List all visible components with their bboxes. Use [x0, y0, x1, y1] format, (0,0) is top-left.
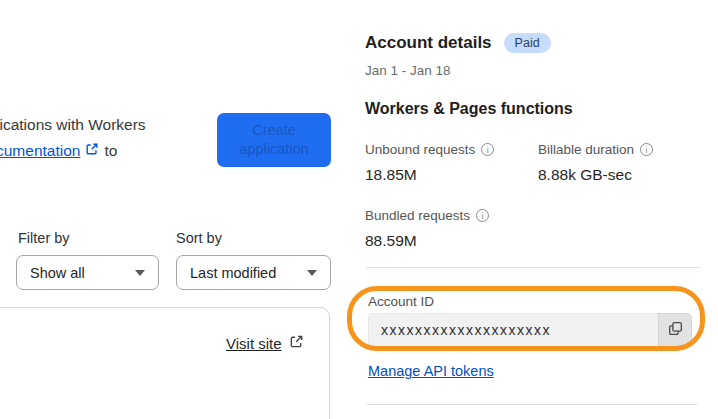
documentation-link[interactable]: cumentation: [0, 142, 80, 160]
info-icon[interactable]: i: [476, 209, 489, 222]
filter-by-label: Filter by: [18, 230, 70, 246]
account-details-title: Account details: [365, 33, 492, 53]
external-link-icon: [85, 142, 99, 160]
external-link-icon: [289, 334, 304, 352]
sort-by-label: Sort by: [176, 230, 222, 246]
divider: [366, 267, 700, 268]
create-application-button[interactable]: Create application: [217, 113, 331, 167]
info-icon[interactable]: i: [640, 143, 653, 156]
divider: [367, 404, 697, 405]
stat-label: Billable duration: [538, 142, 634, 157]
chevron-down-icon: [307, 270, 317, 276]
stat-unbound-requests: Unbound requests i 18.85M: [365, 142, 494, 184]
stat-billable-duration: Billable duration i 8.88k GB-sec: [538, 142, 653, 184]
sort-dropdown-value: Last modified: [190, 265, 276, 281]
visit-site-link[interactable]: Visit site: [226, 334, 304, 352]
workers-pages-dashboard: lications with Workers cumentation to Cr…: [0, 0, 718, 419]
stat-label: Unbound requests: [365, 142, 475, 157]
account-id-label: Account ID: [368, 294, 434, 309]
intro-text-after-link: to: [104, 142, 117, 160]
stat-value: 8.88k GB-sec: [538, 166, 653, 184]
functions-section-title: Workers & Pages functions: [365, 100, 573, 118]
chevron-down-icon: [135, 270, 145, 276]
copy-icon: [668, 321, 683, 340]
filter-dropdown[interactable]: Show all: [16, 255, 159, 290]
stat-value: 18.85M: [365, 166, 494, 184]
stat-bundled-requests: Bundled requests i 88.59M: [365, 208, 489, 250]
account-id-group: [368, 313, 692, 347]
manage-api-tokens-link[interactable]: Manage API tokens: [368, 363, 494, 379]
info-icon[interactable]: i: [481, 143, 494, 156]
stat-value: 88.59M: [365, 232, 489, 250]
filter-dropdown-value: Show all: [30, 265, 85, 281]
visit-site-label: Visit site: [226, 335, 282, 352]
account-id-input[interactable]: [368, 313, 658, 347]
project-card: Visit site: [0, 307, 330, 419]
date-range: Jan 1 - Jan 18: [365, 63, 451, 78]
copy-account-id-button[interactable]: [658, 313, 692, 347]
intro-text-line2: cumentation to: [0, 142, 117, 160]
sort-dropdown[interactable]: Last modified: [176, 255, 331, 290]
plan-badge: Paid: [504, 33, 551, 53]
account-details-header: Account details Paid: [365, 33, 551, 53]
stat-label: Bundled requests: [365, 208, 470, 223]
intro-text-line1: lications with Workers: [0, 116, 146, 134]
